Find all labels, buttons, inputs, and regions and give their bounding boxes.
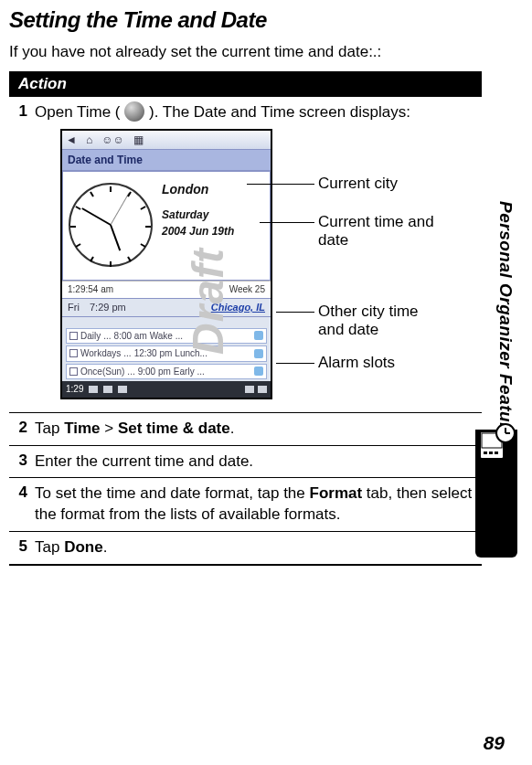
step-text: Tap Time > Set time & date.: [35, 419, 482, 440]
device-toolbar: ◄ ⌂ ☺☺ ▦: [62, 131, 271, 149]
step-number: 5: [9, 537, 35, 558]
alarm-row: Workdays ... 12:30 pm Lunch...: [66, 345, 267, 362]
alarm-checkbox: [69, 367, 78, 376]
step-text: Open Time ( ). The Date and Time screen …: [35, 102, 482, 406]
alarm-row: Daily ... 8:00 am Wake ...: [66, 328, 267, 345]
side-tab-graphic: [475, 430, 517, 576]
callout-current-city: Current city: [318, 175, 398, 193]
callout-alarm-slots: Alarm slots: [318, 354, 395, 372]
bell-icon: [254, 331, 263, 340]
step-1: 1 Open Time ( ). The Date and Time scree…: [9, 97, 482, 412]
keyboard-icon: [89, 386, 98, 393]
alarm-time: 9:00 pm: [138, 366, 171, 378]
contacts-icon: ☺☺: [101, 133, 124, 147]
digital-time: 1:29:54 am: [68, 283, 113, 296]
alarm-label: Daily: [80, 330, 101, 343]
action-header: Action: [9, 71, 482, 97]
alarm-name: Early ...: [174, 366, 205, 378]
device-titlebar: Date and Time: [62, 149, 271, 171]
battery-icon: [258, 386, 267, 393]
step-3: 3 Enter the current time and date.: [9, 446, 482, 479]
other-day-label: Fri: [68, 301, 90, 314]
current-city: London: [162, 181, 234, 198]
step-text: Enter the current time and date.: [35, 452, 482, 473]
device-main: London Saturday 2004 Jun 19th: [62, 171, 271, 281]
alarm-dots: ...: [127, 366, 134, 378]
status-time: 1:29: [66, 383, 83, 396]
callout-other-city: Other city timeand date: [318, 303, 419, 340]
current-date: 2004 Jun 19th: [162, 224, 234, 239]
alarm-row: Once(Sun) ... 9:00 pm Early ...: [66, 364, 267, 380]
step-number: 2: [9, 419, 35, 440]
step-4: 4 To set the time and date format, tap t…: [9, 478, 482, 532]
device-statusbar: 1:29: [62, 381, 271, 398]
alarm-name: Lunch...: [175, 347, 207, 360]
step-number: 1: [9, 102, 35, 406]
step1-post: ). The Date and Time screen displays:: [144, 103, 410, 121]
alarm-dots: ...: [123, 347, 131, 360]
back-icon: ◄: [66, 133, 77, 147]
alarm-label: Once(Sun): [80, 366, 124, 378]
bell-icon: [254, 349, 263, 358]
intro-text: If you have not already set the current …: [0, 37, 532, 71]
week-number: Week 25: [229, 283, 265, 296]
calendar-icon: ▦: [133, 133, 144, 147]
sound-icon: [103, 386, 112, 393]
device-frame: ◄ ⌂ ☺☺ ▦ Date and Time: [60, 129, 272, 399]
step-5: 5 Tap Done.: [9, 532, 482, 566]
bell-icon: [254, 367, 263, 376]
device-screenshot: ◄ ⌂ ☺☺ ▦ Date and Time: [60, 129, 453, 399]
step-number: 4: [9, 483, 35, 526]
action-body: 1 Open Time ( ). The Date and Time scree…: [9, 97, 482, 566]
step1-pre: Open Time (: [35, 103, 124, 121]
step-number: 3: [9, 452, 35, 473]
alarm-label: Workdays: [80, 347, 121, 360]
step-text: Tap Done.: [35, 537, 482, 558]
other-city: Chicago, IL: [144, 301, 265, 314]
svg-rect-6: [489, 452, 493, 454]
page-title: Setting the Time and Date: [0, 0, 532, 37]
other-city-row: Fri 7:29 pm Chicago, IL: [62, 298, 271, 317]
signal-icon: [245, 386, 254, 393]
side-section-label: Personal Organizer Features: [495, 201, 516, 450]
analog-clock: [69, 183, 153, 267]
alarm-checkbox: [69, 349, 78, 357]
svg-rect-5: [484, 452, 487, 454]
alarm-dots: ...: [103, 330, 111, 343]
alarm-name: Wake ...: [150, 330, 183, 343]
step-2: 2 Tap Time > Set time & date.: [9, 413, 482, 446]
alarm-checkbox: [69, 332, 78, 340]
step-text: To set the time and date format, tap the…: [35, 483, 482, 526]
bluetooth-icon: [118, 386, 127, 393]
home-icon: ⌂: [86, 133, 92, 147]
device-subbar: 1:29:54 am Week 25: [62, 281, 271, 298]
device-info: London Saturday 2004 Jun 19th: [158, 172, 239, 280]
other-time: 7:29 pm: [90, 301, 144, 314]
organizer-icon: [476, 422, 516, 462]
time-app-icon: [124, 101, 144, 122]
current-day: Saturday: [162, 207, 234, 222]
alarm-time: 12:30 pm: [134, 347, 173, 360]
page-number: 89: [484, 732, 505, 754]
svg-rect-7: [495, 452, 498, 454]
alarm-time: 8:00 am: [114, 330, 147, 343]
callout-current-time-date: Current time anddate: [318, 213, 434, 250]
